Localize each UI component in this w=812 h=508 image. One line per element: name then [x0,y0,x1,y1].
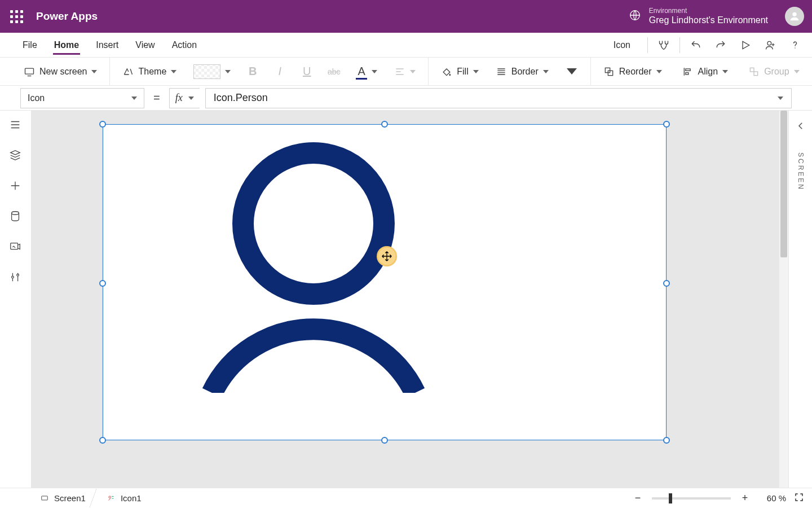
font-color-button[interactable]: A [351,63,382,80]
properties-panel-collapsed: SCREEN [788,111,812,488]
property-selector[interactable]: Icon [20,88,144,108]
underline-button[interactable]: U [297,62,316,81]
zoom-out-button[interactable]: − [632,492,644,505]
menu-tab-view[interactable]: View [134,36,156,55]
chevron-down-icon [171,70,176,73]
user-avatar[interactable] [785,7,804,26]
svg-point-15 [109,496,111,498]
zoom-in-button[interactable]: + [739,492,751,505]
svg-rect-14 [42,496,48,500]
menu-tab-home[interactable]: Home [53,36,80,55]
color-swatch-icon [193,64,220,79]
play-preview-icon[interactable] [733,33,758,58]
vertical-scrollbar[interactable] [779,111,788,488]
chevron-down-icon [794,70,800,73]
environment-label: Environment [649,7,768,15]
border-label: Border [511,67,539,77]
chevron-down-icon [722,70,728,73]
expand-properties-icon[interactable] [796,121,806,133]
scrollbar-thumb[interactable] [780,111,787,257]
svg-rect-6 [608,71,612,75]
align-button[interactable]: Align [678,64,733,80]
tree-view-icon[interactable] [9,149,23,163]
menu-tab-file[interactable]: File [21,36,38,55]
environment-picker[interactable]: Environment Greg Lindhorst's Environment [629,7,768,25]
zoom-slider-thumb[interactable] [669,493,672,503]
fill-button[interactable]: Fill [436,64,483,80]
share-icon[interactable] [758,33,783,58]
help-icon[interactable] [783,33,807,58]
menu-tab-insert[interactable]: Insert [95,36,120,55]
fx-icon: fx [175,92,183,104]
breadcrumb-screen[interactable]: Screen1 [32,491,98,505]
new-screen-label: New screen [39,67,87,77]
main-area: SCREEN [0,111,812,488]
app-launcher-icon[interactable] [8,8,25,25]
fit-to-window-icon[interactable] [794,492,804,504]
selection-handle[interactable] [381,437,388,444]
new-screen-button[interactable]: New screen [19,64,102,80]
status-bar: Screen1 Icon1 − + 60 % [0,488,812,508]
chevron-down-icon [656,70,662,73]
expand-formatting-icon[interactable] [567,68,577,75]
fx-button[interactable]: fx [169,88,200,108]
breadcrumb-control-label: Icon1 [121,493,142,503]
fill-label: Fill [457,67,468,77]
bold-button[interactable]: B [243,62,262,81]
selection-handle[interactable] [99,121,106,128]
chevron-down-icon [91,70,97,73]
zoom-value: 60 % [759,493,786,503]
chevron-down-icon [188,97,194,100]
properties-panel-label: SCREEN [797,152,805,191]
hamburger-icon[interactable] [9,119,23,132]
svg-rect-5 [605,68,610,72]
equals-icon: = [150,91,164,104]
redo-icon[interactable] [708,33,733,58]
selection-handle[interactable] [663,280,670,287]
svg-rect-10 [754,72,758,76]
border-button[interactable]: Border [491,64,553,80]
media-icon[interactable] [9,240,23,254]
strikethrough-button[interactable]: abc [324,62,343,81]
svg-rect-8 [685,72,688,74]
undo-icon[interactable] [683,33,708,58]
chevron-down-icon [131,97,137,100]
italic-button[interactable]: I [270,62,289,81]
left-rail [0,111,32,488]
svg-rect-4 [25,68,34,74]
data-icon[interactable] [9,210,23,224]
globe-icon [629,9,641,24]
zoom-slider[interactable] [652,497,731,500]
formula-input[interactable]: Icon.Person [205,88,792,108]
selection-handle[interactable] [99,280,106,287]
person-icon[interactable] [189,128,438,393]
app-checker-icon[interactable] [651,33,676,58]
theme-label: Theme [138,67,166,77]
group-button[interactable]: Group [744,64,804,80]
svg-rect-7 [685,69,690,71]
environment-name: Greg Lindhorst's Environment [649,15,768,25]
text-align-button[interactable] [390,64,420,80]
chevron-down-icon [778,97,783,100]
selection-handle[interactable] [663,121,670,128]
theme-button[interactable]: Theme [118,64,181,80]
selection-handle[interactable] [663,437,670,444]
svg-point-11 [11,212,19,215]
fill-color-swatch[interactable] [189,62,235,81]
menu-tab-action[interactable]: Action [171,36,198,55]
move-cursor-icon [377,246,397,266]
advanced-tools-icon[interactable] [9,271,23,284]
selection-handle[interactable] [99,437,106,444]
chevron-down-icon [225,70,231,73]
reorder-button[interactable]: Reorder [599,64,667,80]
font-a-icon: A [358,65,365,77]
ribbon-toolbar: New screen Theme B I U abc A [0,58,812,86]
canvas-area[interactable] [32,111,788,488]
contextual-tab-label: Icon [600,40,644,50]
svg-point-13 [243,153,384,294]
insert-plus-icon[interactable] [9,179,23,193]
chevron-down-icon [543,70,549,73]
selection-handle[interactable] [381,121,388,128]
chevron-down-icon [473,70,479,73]
breadcrumb-control[interactable]: Icon1 [98,491,149,505]
